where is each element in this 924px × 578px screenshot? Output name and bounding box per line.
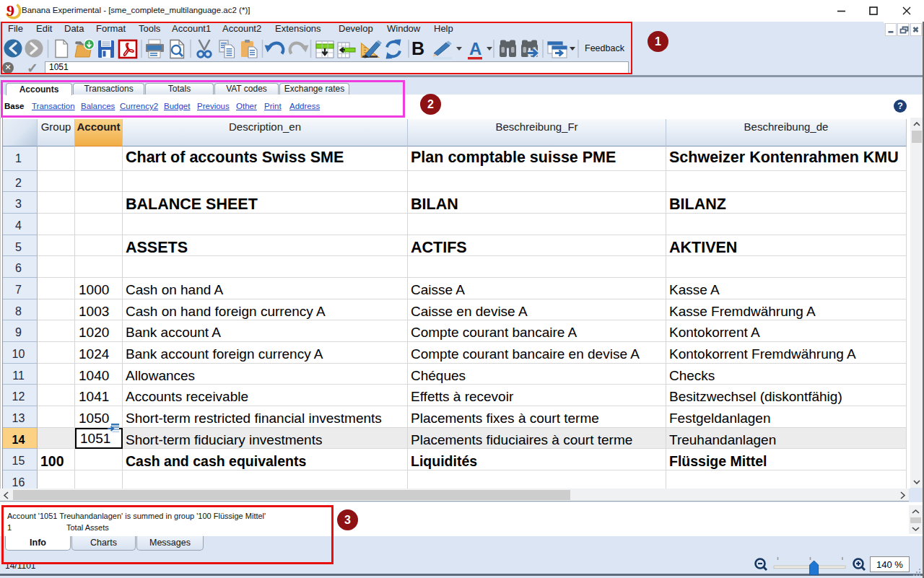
svg-text:9: 9	[6, 2, 14, 19]
